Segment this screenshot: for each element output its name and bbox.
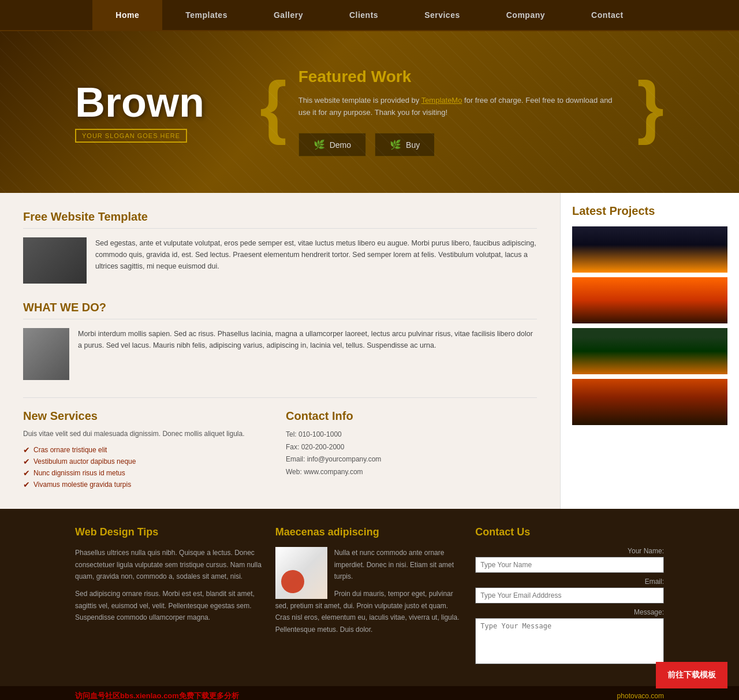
maecenas-image bbox=[275, 547, 327, 599]
hero-description: This website template is provided by Tem… bbox=[298, 95, 626, 119]
section1-title: Free Website Template bbox=[23, 210, 537, 229]
section2-text: Morbi interdum mollis sapien. Sed ac ris… bbox=[78, 328, 537, 380]
footer-col3-title: Contact Us bbox=[475, 526, 664, 538]
hero-buttons: 🌿 Demo 🌿 Buy bbox=[298, 133, 626, 157]
section2-content: Morbi interdum mollis sapien. Sed ac ris… bbox=[23, 328, 537, 380]
contact-info-col: Contact Info Tel: 010-100-1000 Fax: 020-… bbox=[274, 409, 537, 492]
main-wrapper: Free Website Template Sed egestas, ante … bbox=[0, 193, 739, 509]
nav-home[interactable]: Home bbox=[92, 0, 162, 30]
hero-left: Brown YOUR SLOGAN GOES HERE bbox=[75, 81, 248, 143]
section1-content: Sed egestas, ante et vulputate volutpat,… bbox=[23, 237, 537, 284]
check-icon-2: ✔ bbox=[23, 457, 30, 466]
footer-col2-title: Maecenas adipiscing bbox=[275, 526, 464, 538]
hero-section: Brown YOUR SLOGAN GOES HERE { Featured W… bbox=[0, 31, 739, 193]
ns-link-2[interactable]: ✔ Vestibulum auctor dapibus neque bbox=[23, 457, 274, 466]
message-label: Message: bbox=[475, 608, 664, 616]
name-label: Your Name: bbox=[475, 547, 664, 555]
contact-info-text: Tel: 010-100-1000 Fax: 020-200-2000 Emai… bbox=[286, 429, 537, 478]
ns-title: New Services bbox=[23, 409, 274, 423]
ns-text: Duis vitae velit sed dui malesuada digni… bbox=[23, 429, 274, 440]
templatemo-link[interactable]: TemplateMo bbox=[421, 96, 462, 105]
footer-col1-text1: Phasellus ultrices nulla quis nibh. Quis… bbox=[75, 547, 264, 582]
section2-title: WHAT WE DO? bbox=[23, 301, 537, 319]
check-icon-1: ✔ bbox=[23, 445, 30, 455]
project-image-4 bbox=[572, 379, 727, 425]
section1-text: Sed egestas, ante et vulputate volutpat,… bbox=[95, 237, 537, 284]
nav-contact[interactable]: Contact bbox=[568, 0, 647, 30]
content-right-sidebar: Latest Projects bbox=[560, 193, 739, 509]
footer-col-contact: Contact Us Your Name: Email: Message: bbox=[475, 526, 664, 669]
leaf-icon-buy: 🌿 bbox=[390, 139, 401, 150]
name-input[interactable] bbox=[475, 557, 664, 573]
nav-gallery[interactable]: Gallery bbox=[251, 0, 326, 30]
demo-button[interactable]: 🌿 Demo bbox=[298, 133, 366, 157]
what-we-do-section: WHAT WE DO? Morbi interdum mollis sapien… bbox=[23, 301, 537, 380]
contact-form: Your Name: Email: Message: bbox=[475, 547, 664, 664]
person-image bbox=[23, 328, 69, 380]
content-left: Free Website Template Sed egestas, ante … bbox=[0, 193, 560, 509]
download-button[interactable]: 前往下载模板 bbox=[656, 662, 727, 688]
contact-info-title: Contact Info bbox=[286, 409, 537, 423]
ns-link-1[interactable]: ✔ Cras ornare tristique elit bbox=[23, 445, 274, 455]
hero-title: Featured Work bbox=[298, 68, 626, 86]
buy-button[interactable]: 🌿 Buy bbox=[375, 133, 435, 157]
brand-slogan: YOUR SLOGAN GOES HERE bbox=[75, 129, 187, 143]
email-label: Email: bbox=[475, 578, 664, 586]
brand-name: Brown bbox=[75, 81, 248, 123]
sidebar-title: Latest Projects bbox=[572, 204, 727, 218]
new-services-col: New Services Duis vitae velit sed dui ma… bbox=[23, 409, 274, 492]
ns-contact-section: New Services Duis vitae velit sed dui ma… bbox=[23, 409, 537, 492]
news-image bbox=[23, 237, 87, 284]
maecenas-content: Nulla et nunc commodo ante ornare imperd… bbox=[275, 547, 464, 641]
email-input[interactable] bbox=[475, 587, 664, 604]
footer-section: Web Design Tips Phasellus ultrices nulla… bbox=[0, 509, 739, 686]
brace-left-icon: { bbox=[260, 72, 287, 141]
footer-col1-title: Web Design Tips bbox=[75, 526, 264, 538]
message-textarea[interactable] bbox=[475, 618, 664, 664]
check-icon-3: ✔ bbox=[23, 468, 30, 478]
divider1 bbox=[23, 397, 537, 398]
main-nav: Home Templates Gallery Clients Services … bbox=[0, 0, 739, 31]
ns-link-3[interactable]: ✔ Nunc dignissim risus id metus bbox=[23, 468, 274, 478]
nav-clients[interactable]: Clients bbox=[326, 0, 401, 30]
footer-col1-text2: Sed adipiscing ornare risus. Morbi est e… bbox=[75, 588, 264, 623]
footer-col-maecenas: Maecenas adipiscing Nulla et nunc commod… bbox=[275, 526, 464, 669]
check-icon-4: ✔ bbox=[23, 480, 30, 489]
ns-link-4[interactable]: ✔ Vivamus molestie gravida turpis bbox=[23, 480, 274, 489]
nav-services[interactable]: Services bbox=[401, 0, 483, 30]
footer-inner: Web Design Tips Phasellus ultrices nulla… bbox=[75, 526, 664, 669]
brace-right-icon: } bbox=[637, 72, 664, 141]
watermark-bar: 访问血号社区bbs.xienlao.com免费下载更多分析 photovaco.… bbox=[0, 686, 739, 700]
project-image-3 bbox=[572, 328, 727, 374]
leaf-icon-demo: 🌿 bbox=[313, 139, 325, 150]
photovaco-link[interactable]: photovaco.com bbox=[617, 692, 664, 700]
free-template-section: Free Website Template Sed egestas, ante … bbox=[23, 210, 537, 284]
project-image-2 bbox=[572, 277, 727, 323]
project-image-1 bbox=[572, 226, 727, 273]
hero-center: Featured Work This website template is p… bbox=[298, 68, 626, 157]
nav-company[interactable]: Company bbox=[483, 0, 568, 30]
footer-col-tips: Web Design Tips Phasellus ultrices nulla… bbox=[75, 526, 264, 669]
watermark-text: 访问血号社区bbs.xienlao.com免费下载更多分析 bbox=[75, 691, 239, 700]
nav-templates[interactable]: Templates bbox=[162, 0, 251, 30]
